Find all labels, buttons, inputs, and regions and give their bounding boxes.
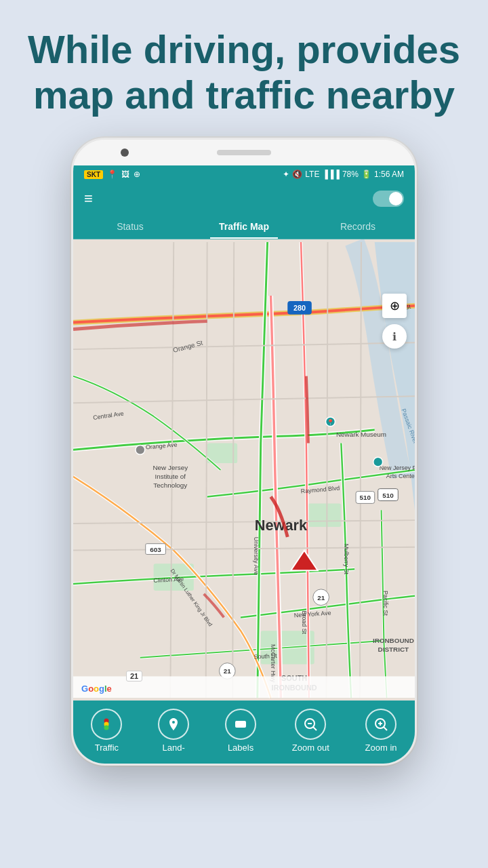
svg-text:📍: 📍 — [327, 418, 335, 427]
zoom-in-nav-icon — [365, 709, 396, 740]
tabs-bar: Status Traffic Map Records — [73, 214, 415, 239]
svg-text:Newark Museum: Newark Museum — [336, 431, 386, 438]
nav-zoom-out[interactable]: Zoom out — [292, 709, 329, 753]
route-21-badge: 21 — [126, 671, 142, 682]
phone-camera — [121, 149, 129, 157]
zoom-in-nav-label: Zoom in — [365, 743, 397, 753]
svg-point-46 — [136, 446, 145, 455]
tab-records[interactable]: Records — [301, 214, 415, 239]
svg-text:Broad St: Broad St — [301, 611, 308, 635]
svg-text:New Jersey: New Jersey — [152, 464, 188, 471]
labels-nav-icon — [225, 709, 256, 740]
svg-text:510: 510 — [360, 494, 371, 502]
svg-text:IRONBOUND: IRONBOUND — [373, 637, 414, 644]
svg-text:Technology: Technology — [153, 481, 187, 489]
bottom-nav: Traffic Land- Labels — [73, 701, 415, 764]
svg-text:Arts Center: Arts Center — [386, 473, 415, 479]
settings-icon: ⊕ — [134, 170, 140, 179]
map-container[interactable]: 510 21 603 21 280 510 Orange St Central — [73, 239, 415, 701]
nav-labels[interactable]: Labels — [225, 709, 256, 753]
nav-zoom-in[interactable]: Zoom in — [365, 709, 397, 753]
carrier-label: SKT — [84, 170, 103, 179]
headline-section: While driving, provides map and traffic … — [0, 0, 488, 131]
svg-text:New Jersey Perf: New Jersey Perf — [380, 465, 415, 471]
phone-speaker — [217, 150, 271, 155]
phone-mockup: SKT 📍 🖼 ⊕ ✦ 🔇 LTE ▐▐▐ 78% 🔋 1:56 AM ≡ — [0, 138, 488, 766]
toggle-switch[interactable] — [373, 191, 404, 207]
status-bar: SKT 📍 🖼 ⊕ ✦ 🔇 LTE ▐▐▐ 78% 🔋 1:56 AM — [73, 165, 415, 183]
svg-text:510: 510 — [382, 492, 394, 499]
battery-label: 78% — [342, 170, 359, 179]
svg-line-55 — [313, 727, 317, 730]
app-toolbar: ≡ — [73, 183, 415, 214]
gps-icon: 📍 — [107, 170, 117, 179]
headline-text: While driving, provides map and traffic … — [28, 27, 460, 117]
svg-text:Institute of: Institute of — [155, 473, 186, 480]
info-icon: ℹ — [392, 330, 396, 343]
zoom-out-nav-label: Zoom out — [292, 743, 329, 753]
traffic-nav-icon — [91, 709, 122, 740]
svg-text:280: 280 — [293, 304, 306, 312]
svg-text:Pacific St: Pacific St — [382, 591, 389, 616]
toggle-knob — [389, 192, 403, 205]
tab-traffic-map[interactable]: Traffic Map — [187, 214, 301, 239]
svg-rect-3 — [308, 504, 341, 528]
signal-icon: ▐▐▐ — [322, 170, 340, 179]
location-button[interactable]: ⊕ — [382, 294, 407, 318]
status-left: SKT 📍 🖼 ⊕ — [84, 170, 140, 179]
landmark-nav-icon — [158, 709, 189, 740]
nav-traffic[interactable]: Traffic — [91, 709, 122, 753]
phone-body: SKT 📍 🖼 ⊕ ✦ 🔇 LTE ▐▐▐ 78% 🔋 1:56 AM ≡ — [71, 138, 417, 766]
svg-point-51 — [104, 726, 109, 730]
svg-line-59 — [384, 727, 387, 730]
zoom-out-nav-icon — [295, 709, 326, 740]
svg-text:University Ave: University Ave — [253, 537, 260, 575]
image-icon: 🖼 — [121, 170, 129, 179]
phone-top — [73, 140, 415, 165]
status-right: ✦ 🔇 LTE ▐▐▐ 78% 🔋 1:56 AM — [283, 170, 404, 179]
svg-point-45 — [373, 458, 383, 467]
map-svg: 510 21 603 21 280 510 Orange St Central — [73, 239, 415, 701]
google-logo: Google — [81, 684, 112, 694]
lte-label: LTE — [305, 170, 319, 179]
time-label: 1:56 AM — [374, 170, 404, 179]
nav-landmark[interactable]: Land- — [158, 709, 189, 753]
labels-nav-label: Labels — [228, 743, 253, 753]
battery-icon: 🔋 — [361, 170, 371, 179]
svg-text:603: 603 — [150, 546, 161, 553]
tab-status[interactable]: Status — [73, 214, 187, 239]
traffic-nav-label: Traffic — [95, 743, 119, 753]
bluetooth-icon: ✦ — [283, 170, 289, 179]
mute-icon: 🔇 — [292, 170, 302, 179]
landmark-nav-label: Land- — [163, 743, 185, 753]
location-icon: ⊕ — [390, 298, 400, 313]
hamburger-menu[interactable]: ≡ — [84, 190, 93, 208]
svg-text:Mulberry St: Mulberry St — [343, 544, 350, 575]
svg-text:21: 21 — [224, 668, 231, 675]
svg-rect-48 — [73, 677, 415, 698]
svg-text:DISTRICT: DISTRICT — [378, 646, 409, 653]
svg-text:21: 21 — [317, 594, 325, 601]
